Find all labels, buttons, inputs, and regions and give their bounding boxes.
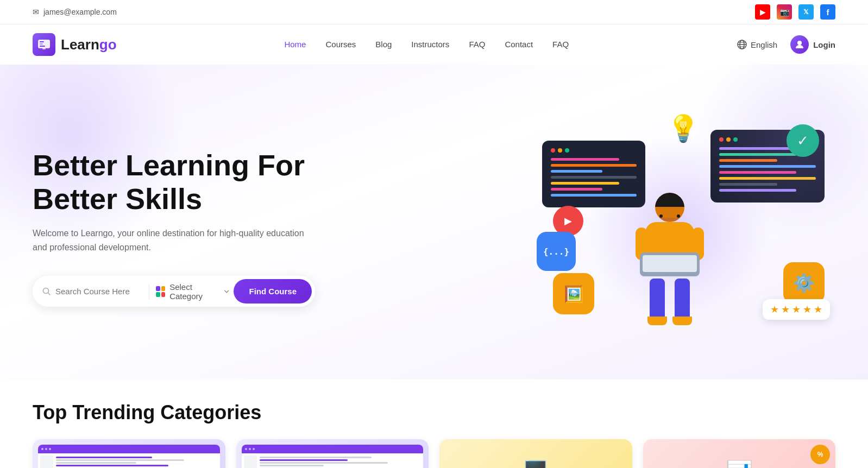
leg-right <box>672 279 692 325</box>
topbar-socials: ▶ 📷 𝕏 f <box>755 4 835 20</box>
card-thumb-2: ▶ <box>236 439 429 468</box>
dot-green <box>733 137 738 142</box>
person-legs <box>645 279 694 325</box>
navbar: Learngo Home Courses Blog Instructors FA… <box>0 24 868 65</box>
code-line <box>719 177 816 180</box>
search-bar: Select Category Find Course <box>33 276 315 307</box>
nav-blog[interactable]: Blog <box>375 40 392 49</box>
code-panel-left <box>542 141 645 207</box>
code-line <box>719 183 777 186</box>
category-card-1[interactable]: ▶ <box>33 439 225 468</box>
nav-contact[interactable]: Contact <box>505 40 533 49</box>
instagram-icon[interactable]: 📷 <box>777 4 792 20</box>
topbar-email: james@example.com <box>43 8 117 16</box>
svg-rect-4 <box>42 48 46 49</box>
leg-upper-left <box>650 279 665 317</box>
star-1: ★ <box>770 303 779 315</box>
search-input-wrap <box>42 287 142 296</box>
category-card-3[interactable]: 🖥️ <box>439 439 632 468</box>
star-2: ★ <box>781 303 790 315</box>
gear-icon: ⚙️ <box>783 262 825 303</box>
code-line <box>719 171 796 174</box>
category-dropdown[interactable]: Select Category <box>156 282 234 301</box>
globe-icon <box>737 39 747 50</box>
star-3: ★ <box>792 303 801 315</box>
topbar: ✉ james@example.com ▶ 📷 𝕏 f <box>0 0 868 24</box>
code-line <box>551 176 637 179</box>
hero-illustration: ✓ 💡 ▶ {...} 🖼️ ⚙️ ★ ★ ★ ★ ★ <box>520 97 835 358</box>
twitter-icon[interactable]: 𝕏 <box>798 4 814 20</box>
check-circle-icon: ✓ <box>787 124 819 157</box>
image-icon: 🖼️ <box>553 273 594 314</box>
hero-title: Better Learning For Better Skills <box>33 148 315 216</box>
facebook-icon[interactable]: f <box>820 4 835 20</box>
svg-rect-1 <box>40 41 44 42</box>
svg-point-10 <box>797 41 802 45</box>
laptop-screen <box>643 255 697 272</box>
code-line <box>719 153 796 156</box>
code-line <box>551 164 637 167</box>
section-title: Top Trending Categories <box>33 401 835 424</box>
shoe-right <box>672 317 692 325</box>
logo-learn: Learn <box>61 36 99 53</box>
code-line <box>551 170 602 173</box>
lightbulb-icon: 💡 <box>667 113 700 144</box>
svg-line-12 <box>48 293 51 295</box>
topbar-email-wrap: ✉ james@example.com <box>33 8 117 16</box>
logo[interactable]: Learngo <box>33 33 117 56</box>
dot-yellow <box>558 148 562 153</box>
hero-content: Better Learning For Better Skills Welcom… <box>33 148 315 307</box>
person-head <box>655 193 684 222</box>
hero-title-line2: Better Skills <box>33 182 202 215</box>
card-thumb-4-content: 📊 <box>643 439 836 468</box>
code-line <box>551 158 619 161</box>
search-icon <box>42 287 51 296</box>
star-4: ★ <box>803 303 812 315</box>
svg-rect-3 <box>40 46 45 47</box>
hero-title-line1: Better Learning For <box>33 149 305 181</box>
hero-section: Better Learning For Better Skills Welcom… <box>0 65 868 380</box>
person-beard <box>655 218 684 221</box>
language-label: English <box>751 40 777 49</box>
nav-courses[interactable]: Courses <box>325 40 356 49</box>
code-line <box>719 159 777 162</box>
leg-left <box>647 279 667 325</box>
code-line <box>551 188 602 191</box>
category-card-4[interactable]: % 📊 <box>643 439 836 468</box>
nav-links: Home Courses Blog Instructors FAQ Contac… <box>284 40 569 49</box>
login-label: Login <box>813 40 835 49</box>
nav-home[interactable]: Home <box>284 40 306 49</box>
dot-green <box>565 148 569 153</box>
youtube-icon[interactable]: ▶ <box>755 4 770 20</box>
person-torso <box>645 222 694 271</box>
email-icon: ✉ <box>33 8 39 16</box>
search-divider <box>149 284 149 299</box>
card-thumb-3: 🖥️ <box>439 439 632 468</box>
discount-badge: % <box>810 445 830 464</box>
code-bracket-icon: {...} <box>537 232 576 271</box>
category-card-2[interactable]: ▶ <box>236 439 429 468</box>
stars-rating: ★ ★ ★ ★ ★ <box>763 299 830 320</box>
dot-red <box>719 137 724 142</box>
category-cards: ▶ ▶ <box>33 439 835 468</box>
card-thumb-3-content: 🖥️ <box>439 439 632 468</box>
laptop <box>640 252 700 276</box>
shoe-left <box>647 317 667 325</box>
find-course-button[interactable]: Find Course <box>234 279 312 303</box>
login-avatar <box>790 35 809 54</box>
logo-text: Learngo <box>61 36 117 53</box>
code-line <box>551 194 637 197</box>
login-button[interactable]: Login <box>790 35 835 54</box>
nav-faq2[interactable]: FAQ <box>552 40 569 49</box>
nav-faq[interactable]: FAQ <box>469 40 485 49</box>
nav-instructors[interactable]: Instructors <box>411 40 449 49</box>
search-input[interactable] <box>55 287 142 296</box>
nav-right: English Login <box>737 35 835 54</box>
dot-red <box>551 148 555 153</box>
mini-ui-1 <box>38 445 220 468</box>
panel-dots-left <box>551 148 637 153</box>
category-grid-icon <box>156 286 165 297</box>
language-button[interactable]: English <box>737 39 777 50</box>
logo-icon <box>33 33 55 56</box>
hero-subtitle: Welcome to Learngo, your online destinat… <box>33 226 315 254</box>
